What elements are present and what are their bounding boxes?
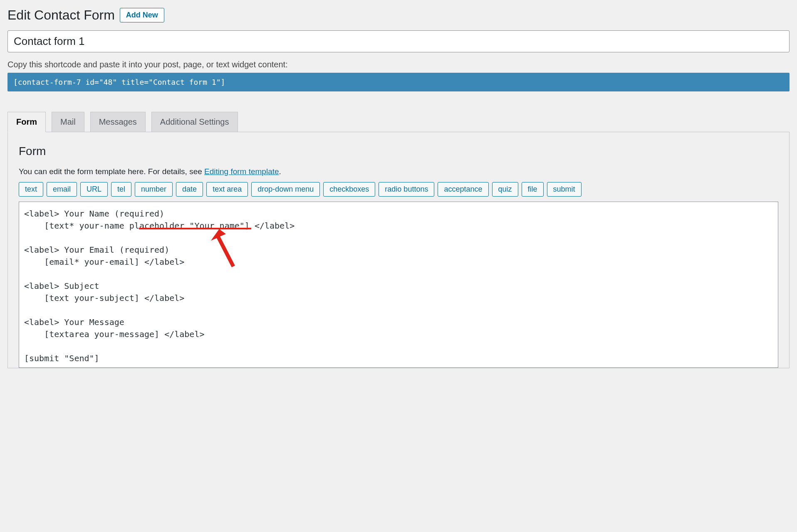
shortcode-display[interactable]: [contact-form-7 id="48" title="Contact f… [7, 73, 790, 91]
form-panel: Form You can edit the form template here… [7, 132, 790, 368]
tab-form[interactable]: Form [7, 112, 46, 132]
form-title-input[interactable] [7, 30, 790, 52]
tag-url-button[interactable]: URL [80, 182, 108, 197]
page-title: Edit Contact Form [7, 7, 115, 23]
tag-text-button[interactable]: text [19, 182, 43, 197]
panel-desc-prefix: You can edit the form template here. For… [19, 167, 204, 176]
panel-description: You can edit the form template here. For… [19, 167, 778, 176]
panel-desc-suffix: . [279, 167, 281, 176]
tag-submit-button[interactable]: submit [547, 182, 582, 197]
tag-radio-button[interactable]: radio buttons [379, 182, 434, 197]
tag-textarea-button[interactable]: text area [206, 182, 248, 197]
tab-row: Form Mail Messages Additional Settings [7, 111, 790, 132]
tag-checkboxes-button[interactable]: checkboxes [323, 182, 375, 197]
tag-email-button[interactable]: email [47, 182, 77, 197]
tag-quiz-button[interactable]: quiz [492, 182, 518, 197]
panel-heading: Form [19, 145, 778, 158]
tag-generator-row: text email URL tel number date text area… [19, 182, 778, 197]
form-template-textarea[interactable] [19, 202, 778, 368]
tag-date-button[interactable]: date [176, 182, 203, 197]
editing-template-link[interactable]: Editing form template [204, 167, 279, 176]
tag-acceptance-button[interactable]: acceptance [438, 182, 488, 197]
add-new-button[interactable]: Add New [120, 8, 164, 22]
tag-file-button[interactable]: file [522, 182, 544, 197]
tag-number-button[interactable]: number [135, 182, 173, 197]
shortcode-help-text: Copy this shortcode and paste it into yo… [7, 60, 790, 69]
tab-messages[interactable]: Messages [90, 112, 146, 132]
tag-tel-button[interactable]: tel [111, 182, 131, 197]
tag-dropdown-button[interactable]: drop-down menu [251, 182, 320, 197]
tab-additional-settings[interactable]: Additional Settings [151, 112, 238, 132]
tab-mail[interactable]: Mail [52, 112, 84, 132]
